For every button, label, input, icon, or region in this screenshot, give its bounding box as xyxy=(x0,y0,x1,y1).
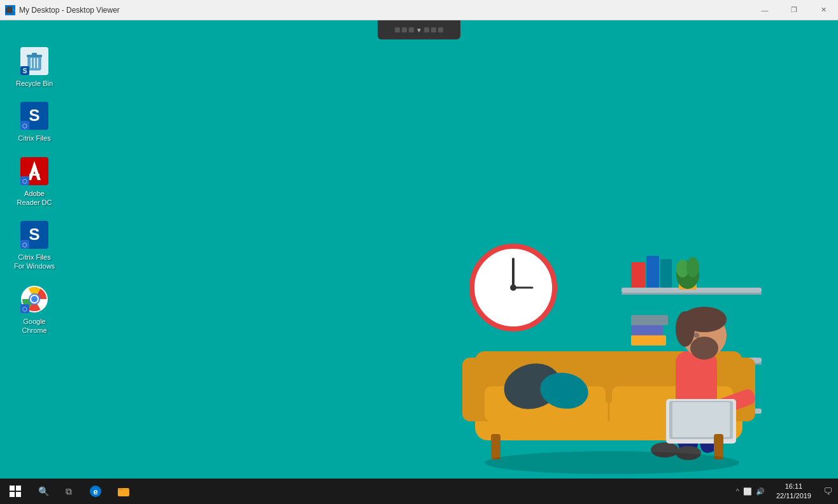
clock[interactable]: 16:11 22/11/2019 xyxy=(770,479,818,504)
logo-square-3 xyxy=(10,492,15,497)
task-view-button[interactable]: ⧉ xyxy=(56,479,82,504)
svg-rect-52 xyxy=(631,315,668,325)
toolbar-dot xyxy=(402,27,407,32)
window-title: My Desktop - Desktop Viewer xyxy=(19,6,750,15)
svg-point-72 xyxy=(694,333,699,338)
taskbar-file-explorer[interactable] xyxy=(110,479,138,504)
search-icon: 🔍 xyxy=(38,486,49,496)
svg-rect-50 xyxy=(631,335,666,346)
svg-rect-78 xyxy=(714,434,723,459)
google-chrome-label: Google Chrome xyxy=(22,317,46,335)
svg-rect-77 xyxy=(491,434,501,459)
tray-monitor-icon: ⬜ xyxy=(743,487,752,496)
notification-button[interactable]: 🗨 xyxy=(818,479,838,504)
svg-text:⬡: ⬡ xyxy=(22,123,27,129)
svg-rect-0 xyxy=(13,9,14,10)
recycle-bin-image: S xyxy=(19,46,50,76)
taskbar-edge[interactable]: e xyxy=(82,479,110,504)
svg-text:⬡: ⬡ xyxy=(22,242,27,248)
tray-volume-icon: 🔊 xyxy=(756,487,765,496)
top-toolbar[interactable]: ▼ xyxy=(378,20,460,39)
svg-point-71 xyxy=(690,337,718,360)
adobe-reader-image: ⬡ xyxy=(19,156,50,186)
edge-icon: e xyxy=(89,485,102,498)
svg-point-38 xyxy=(510,284,516,291)
citrix-files-image: S ⬡ xyxy=(19,101,50,131)
svg-text:⬡: ⬡ xyxy=(22,178,27,185)
windows-logo xyxy=(10,486,21,497)
toolbar-dot xyxy=(431,27,436,32)
google-chrome-icon[interactable]: ⬡ Google Chrome xyxy=(11,284,57,335)
svg-rect-41 xyxy=(631,262,645,288)
svg-rect-51 xyxy=(631,325,663,335)
notification-icon: 🗨 xyxy=(823,486,832,496)
citrix-files-windows-icon[interactable]: S ⬡ Citrix Files For Windows xyxy=(11,220,57,271)
task-view-icon: ⧉ xyxy=(66,486,72,497)
svg-rect-2 xyxy=(13,10,14,11)
minimize-button[interactable]: — xyxy=(750,0,779,20)
svg-point-30 xyxy=(31,296,38,302)
svg-rect-40 xyxy=(621,293,762,295)
adobe-reader-icon[interactable]: ⬡ Adobe Reader DC xyxy=(11,156,57,207)
desktop-icons: S Recycle Bin S ⬡ Citrix Files xyxy=(11,46,57,335)
svg-rect-76 xyxy=(672,402,730,437)
svg-rect-3 xyxy=(14,10,15,11)
system-tray: ^ ⬜ 🔊 xyxy=(731,487,770,496)
toolbar-dot xyxy=(409,27,414,32)
adobe-reader-label: Adobe Reader DC xyxy=(17,189,52,207)
svg-rect-42 xyxy=(646,256,659,288)
recycle-bin-label: Recycle Bin xyxy=(16,79,53,88)
toolbar-dot xyxy=(395,27,400,32)
svg-rect-83 xyxy=(118,488,123,491)
taskbar-right: ^ ⬜ 🔊 16:11 22/11/2019 🗨 xyxy=(731,479,838,504)
desktop: ▼ S xyxy=(0,20,838,479)
clock-date: 22/11/2019 xyxy=(776,491,811,501)
citrix-files-label: Citrix Files xyxy=(18,134,50,143)
svg-rect-43 xyxy=(660,259,672,288)
maximize-button[interactable]: ❐ xyxy=(779,0,809,20)
svg-rect-1 xyxy=(14,9,15,10)
title-bar: My Desktop - Desktop Viewer — ❐ ✕ xyxy=(0,0,838,20)
window-controls: — ❐ ✕ xyxy=(750,0,838,20)
svg-text:S: S xyxy=(23,67,27,74)
tray-chevron[interactable]: ^ xyxy=(736,487,739,495)
logo-square-1 xyxy=(10,486,15,491)
svg-text:e: e xyxy=(93,487,97,496)
toolbar-dot xyxy=(438,27,443,32)
wallpaper-illustration xyxy=(392,160,838,479)
search-button[interactable]: 🔍 xyxy=(31,479,56,504)
logo-square-4 xyxy=(16,492,21,497)
svg-point-70 xyxy=(676,311,695,347)
svg-text:S: S xyxy=(29,106,39,125)
citrix-files-windows-label: Citrix Files For Windows xyxy=(14,253,55,271)
svg-point-79 xyxy=(485,451,739,474)
clock-time: 16:11 xyxy=(785,482,803,491)
citrix-files-icon[interactable]: S ⬡ Citrix Files xyxy=(11,101,57,143)
svg-text:S: S xyxy=(29,225,39,244)
close-button[interactable]: ✕ xyxy=(809,0,838,20)
taskbar: 🔍 ⧉ e ^ ⬜ 🔊 16:11 22/11/2019 🗨 xyxy=(0,479,838,504)
svg-rect-19 xyxy=(29,174,39,176)
svg-point-47 xyxy=(686,257,699,277)
citrix-files-windows-image: S ⬡ xyxy=(19,220,50,250)
toolbar-dot xyxy=(424,27,429,32)
svg-text:⬡: ⬡ xyxy=(22,306,27,312)
start-button[interactable] xyxy=(0,479,31,504)
logo-square-2 xyxy=(16,486,21,491)
toolbar-down-arrow: ▼ xyxy=(416,27,422,34)
app-icon xyxy=(5,5,15,15)
svg-rect-7 xyxy=(32,53,37,55)
recycle-bin-icon[interactable]: S Recycle Bin xyxy=(11,46,57,88)
file-explorer-icon xyxy=(117,485,130,498)
google-chrome-image: ⬡ xyxy=(19,284,50,314)
